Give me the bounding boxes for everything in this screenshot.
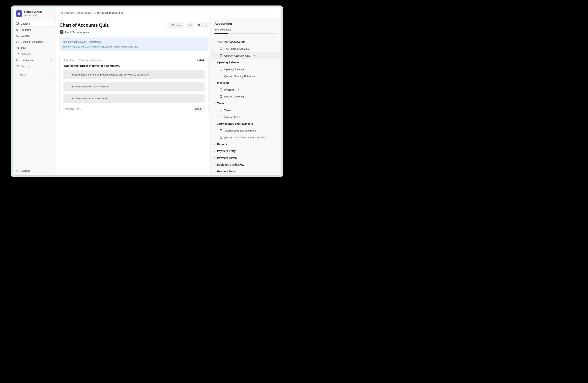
sidebar-item-statistics[interactable]: Statistics (14, 51, 54, 57)
chapter-opening-balance[interactable]: Opening Balance (211, 59, 281, 66)
check-icon (252, 48, 255, 50)
chapter-title: Opening Balance (217, 61, 239, 64)
sidebar-item-label: Programs (21, 28, 52, 31)
lesson-invoicing[interactable]: Invoicing (211, 86, 281, 93)
chevron-right-icon (16, 74, 18, 76)
content-column: All Courses/Accounting/Chart of Accounts… (56, 7, 281, 175)
route-icon (16, 28, 19, 31)
chevron-right-icon (213, 143, 216, 145)
graduation-cap-icon (16, 40, 19, 43)
sidebar-item-label: Jobs (21, 47, 52, 49)
sidebar-item-label: Notifications (21, 59, 49, 61)
author-avatar (60, 30, 64, 34)
bell-icon (16, 58, 19, 61)
lesson-quiz-on-invoicing[interactable]: Quiz on Invoicing (211, 93, 281, 100)
question-progress: Question 1 of 10 (63, 108, 82, 110)
edit-button[interactable]: Edit (186, 22, 194, 28)
plus-icon[interactable] (49, 73, 52, 76)
collapse-sidebar-icon (16, 169, 19, 172)
help-circle-icon (16, 64, 19, 68)
title-row: Chart of Accounts Quiz Previous Edit (60, 22, 209, 28)
lesson-taxes[interactable]: Taxes (211, 107, 281, 114)
notification-count-badge: 1 (51, 59, 52, 61)
check-icon (253, 55, 255, 57)
previous-button[interactable]: Previous (167, 22, 184, 28)
sidebar-item-programs[interactable]: Programs (14, 27, 54, 33)
chevron-down-icon (213, 102, 216, 104)
sidebar-collapse-button[interactable]: Collapse (13, 169, 55, 175)
app-window: Frappe School Jannat Patel Courses Progr… (13, 7, 281, 175)
quiz-icon (220, 95, 223, 98)
chapter-invoicing[interactable]: Invoicing (211, 79, 281, 86)
chapter-payment-entry[interactable]: Payment Entry (211, 148, 281, 154)
sidebar-item-certified-participants[interactable]: Certified Participants (14, 39, 54, 45)
breadcrumb: All Courses/Accounting/Chart of Accounts… (60, 11, 124, 14)
chevron-right-icon (213, 171, 216, 172)
quiz-icon (220, 136, 223, 139)
chapter-title: Taxes (217, 102, 225, 105)
check-label: Check (195, 108, 202, 110)
lesson-chart-of-accounts-quiz[interactable]: Chart of Accounts Quiz (211, 52, 281, 59)
chapter-debit-and-credit-note[interactable]: Debit and Credit Note (211, 161, 281, 168)
question-text: What is the 'Direct Income' of a company… (63, 64, 205, 67)
answer-option-2[interactable]: Income earned on bank deposits (63, 82, 205, 91)
chevron-right-icon (213, 157, 216, 159)
lesson-label: Quiz on Taxes (224, 116, 240, 118)
breadcrumb-separator: / (92, 11, 93, 14)
user-name: Jannat Patel (24, 14, 48, 17)
radio-button[interactable] (66, 85, 69, 88)
check-button[interactable]: Check (192, 106, 205, 112)
lesson-opening-balance[interactable]: Opening Balance (211, 66, 281, 73)
lesson-quiz-on-taxes[interactable]: Quiz on Taxes (211, 114, 281, 120)
sidebar-item-jobs[interactable]: Jobs (14, 45, 54, 51)
chapter-payment-terms[interactable]: Payment Terms (211, 154, 281, 161)
author-name: Linet Sherin Varghese (65, 31, 90, 34)
sidebar-item-label: Batches (21, 35, 52, 37)
workspace-info: Frappe School Jannat Patel (24, 10, 48, 17)
breadcrumb-all-courses[interactable]: All Courses (60, 11, 74, 14)
quiz-main: Chart of Accounts Quiz Previous Edit (56, 18, 210, 175)
lesson-quiz-on-opening-balances[interactable]: Quiz on Opening Balances (211, 73, 281, 79)
lesson-label: Journal Entry and Payments (224, 129, 256, 132)
answer-option-1[interactable]: Income that is earned by providing goods… (63, 70, 205, 79)
sidebar-item-quizzes[interactable]: Quizzes (14, 63, 54, 69)
sidebar-item-courses[interactable]: Courses (14, 21, 54, 26)
quiz-icon (220, 115, 223, 118)
lesson-label: The Chart of Accounts (224, 47, 250, 50)
chapter-journal-entry-and-payments[interactable]: Journal Entry and Payments (211, 120, 281, 127)
breadcrumb-accounting[interactable]: Accounting (77, 11, 91, 14)
collapse-label: Collapse (21, 169, 30, 172)
sidebar-item-more[interactable]: More (14, 72, 54, 77)
previous-label: Previous (172, 24, 182, 26)
course-progress-text: 22% completed (214, 28, 277, 31)
top-header: All Courses/Accounting/Chart of Accounts… (56, 7, 281, 18)
next-label: Next (198, 24, 203, 26)
radio-button[interactable] (66, 97, 69, 100)
chevron-down-icon[interactable] (50, 12, 53, 15)
answer-option-3[interactable]: Income earned from investments (63, 94, 205, 103)
option-label: Income that is earned by providing goods… (71, 73, 149, 76)
school-name: Frappe School (24, 10, 48, 14)
workspace-switcher[interactable]: Frappe School Jannat Patel (13, 7, 55, 19)
radio-button[interactable] (66, 73, 69, 76)
chevron-down-icon (213, 61, 216, 64)
chapter-taxes[interactable]: Taxes (211, 100, 281, 107)
question-card: Question 1: Choose one answer 1 Mark Wha… (60, 55, 209, 115)
next-button[interactable]: Next (196, 22, 209, 28)
app-frame: Frappe School Jannat Patel Courses Progr… (11, 5, 283, 177)
chapter-reports[interactable]: Reports (211, 141, 281, 148)
chapter-payment-tools[interactable]: Payment Tools (211, 168, 281, 175)
lesson-journal-entry-and-payments[interactable]: Journal Entry and Payments (211, 127, 281, 134)
question-instruction: Choose one answer (79, 59, 102, 62)
lesson-the-chart-of-accounts[interactable]: The Chart of Accounts (211, 45, 281, 52)
book-open-icon (16, 22, 19, 25)
lesson-quiz-on-journal-entry-and-payments[interactable]: Quiz on Journal Entry and Payments (211, 134, 281, 141)
more-label: More (20, 74, 47, 76)
course-title: Accounting (214, 22, 277, 26)
chapter-the-chart-of-accounts[interactable]: The Chart of Accounts (211, 38, 281, 45)
sidebar-item-notifications[interactable]: Notifications 1 (14, 57, 54, 63)
course-progress-fill (214, 33, 228, 34)
lesson-label: Quiz on Journal Entry and Payments (224, 136, 266, 139)
sidebar-item-batches[interactable]: Batches (14, 33, 54, 38)
option-label: Income earned on bank deposits (71, 85, 108, 88)
